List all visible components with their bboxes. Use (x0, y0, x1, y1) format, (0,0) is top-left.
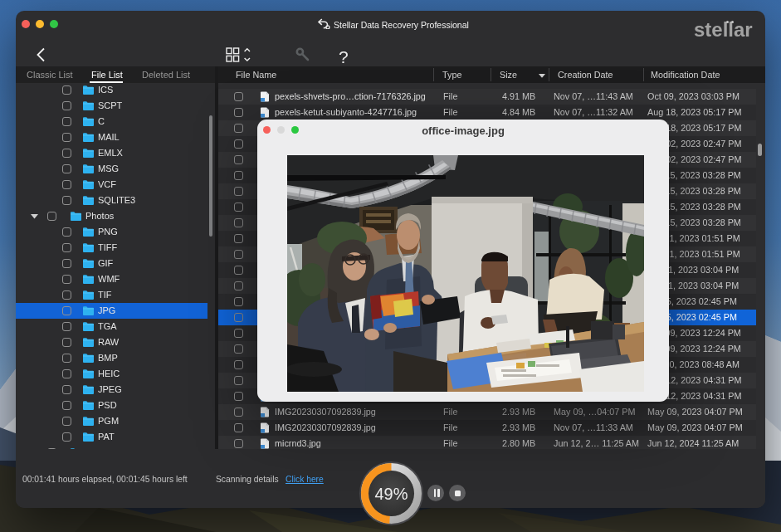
svg-text:49%: 49% (374, 485, 408, 503)
